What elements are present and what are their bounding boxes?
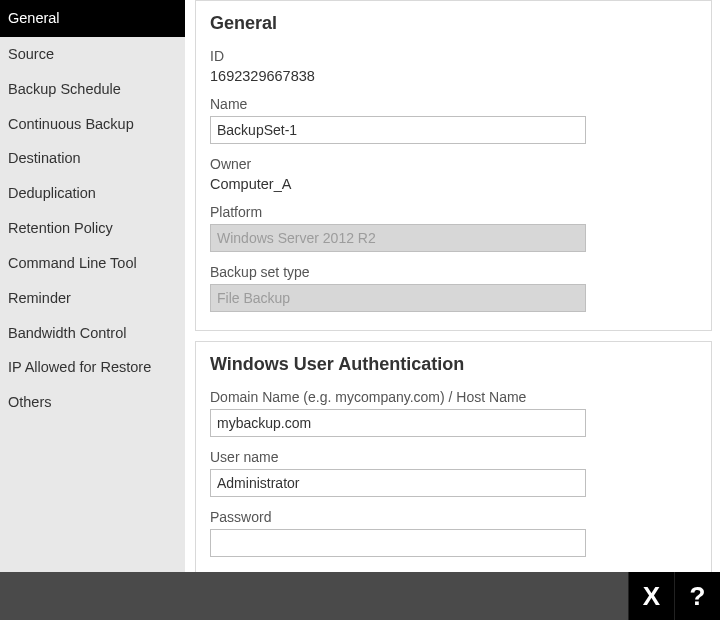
sidebar-item-general[interactable]: General xyxy=(0,0,185,37)
general-panel: General ID 1692329667838 Name Owner Comp… xyxy=(195,0,712,331)
general-title: General xyxy=(210,13,697,34)
close-button[interactable]: X xyxy=(628,572,674,620)
sidebar-item-others[interactable]: Others xyxy=(0,385,185,420)
platform-label: Platform xyxy=(210,204,697,220)
owner-value: Computer_A xyxy=(210,176,697,192)
sidebar-item-deduplication[interactable]: Deduplication xyxy=(0,176,185,211)
sidebar-item-source[interactable]: Source xyxy=(0,37,185,72)
sidebar-item-retention-policy[interactable]: Retention Policy xyxy=(0,211,185,246)
password-input[interactable] xyxy=(210,529,586,557)
main-content: General ID 1692329667838 Name Owner Comp… xyxy=(185,0,720,572)
close-icon: X xyxy=(643,581,660,612)
platform-input xyxy=(210,224,586,252)
backup-set-type-label: Backup set type xyxy=(210,264,697,280)
username-input[interactable] xyxy=(210,469,586,497)
auth-panel: Windows User Authentication Domain Name … xyxy=(195,341,712,572)
domain-input[interactable] xyxy=(210,409,586,437)
backup-set-type-input xyxy=(210,284,586,312)
domain-label: Domain Name (e.g. mycompany.com) / Host … xyxy=(210,389,697,405)
sidebar: General Source Backup Schedule Continuou… xyxy=(0,0,185,572)
footer-bar: X ? xyxy=(0,572,720,620)
name-input[interactable] xyxy=(210,116,586,144)
help-icon: ? xyxy=(690,581,706,612)
owner-label: Owner xyxy=(210,156,697,172)
sidebar-item-command-line-tool[interactable]: Command Line Tool xyxy=(0,246,185,281)
username-label: User name xyxy=(210,449,697,465)
name-label: Name xyxy=(210,96,697,112)
password-label: Password xyxy=(210,509,697,525)
id-value: 1692329667838 xyxy=(210,68,697,84)
sidebar-item-reminder[interactable]: Reminder xyxy=(0,281,185,316)
sidebar-item-destination[interactable]: Destination xyxy=(0,141,185,176)
help-button[interactable]: ? xyxy=(674,572,720,620)
auth-title: Windows User Authentication xyxy=(210,354,697,375)
id-label: ID xyxy=(210,48,697,64)
sidebar-item-bandwidth-control[interactable]: Bandwidth Control xyxy=(0,316,185,351)
sidebar-item-backup-schedule[interactable]: Backup Schedule xyxy=(0,72,185,107)
sidebar-item-ip-allowed-restore[interactable]: IP Allowed for Restore xyxy=(0,350,185,385)
sidebar-item-continuous-backup[interactable]: Continuous Backup xyxy=(0,107,185,142)
